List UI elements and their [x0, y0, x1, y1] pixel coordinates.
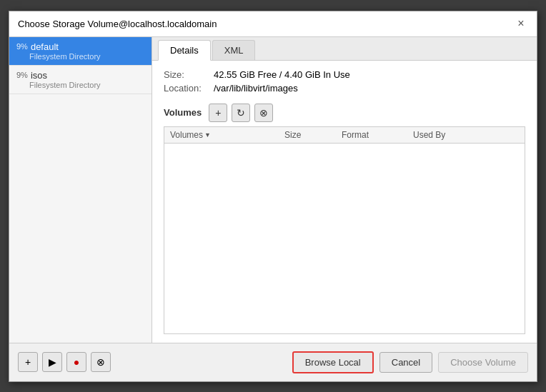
refresh-volumes-button[interactable]: ↻ — [232, 104, 250, 122]
add-volume-button[interactable]: + — [209, 104, 227, 122]
volumes-table: Volumes ▼ Size Format Used By — [164, 126, 525, 334]
bottom-bar: + ▶ ● ⊗ Browse Local Cancel Choose Volum… — [9, 343, 537, 381]
sidebar: 9% default Filesystem Directory 9% isos … — [9, 37, 152, 343]
delete-pool-button[interactable]: ⊗ — [91, 352, 111, 372]
volumes-label: Volumes — [164, 107, 202, 118]
chevron-down-icon: ▼ — [204, 131, 211, 139]
tab-xml[interactable]: XML — [212, 40, 256, 60]
volumes-sort-button[interactable]: Volumes ▼ — [170, 130, 211, 140]
bottom-right-actions: Browse Local Cancel Choose Volume — [292, 351, 528, 373]
stop-pool-button[interactable]: ● — [66, 352, 86, 372]
size-row: Size: 42.55 GiB Free / 4.40 GiB In Use — [164, 69, 525, 80]
details-panel: Size: 42.55 GiB Free / 4.40 GiB In Use L… — [152, 61, 537, 343]
table-header: Volumes ▼ Size Format Used By — [164, 127, 525, 144]
tabs: Details XML — [152, 37, 537, 61]
location-value: /var/lib/libvirt/images — [214, 83, 298, 94]
choose-volume-button[interactable]: Choose Volume — [438, 352, 528, 373]
sidebar-item-default-percent: 9% — [16, 42, 28, 51]
dialog-title: Choose Storage Volume@localhost.localdom… — [18, 19, 217, 29]
sidebar-item-isos-name: isos — [31, 70, 47, 81]
bottom-left-actions: + ▶ ● ⊗ — [18, 352, 111, 372]
dialog: Choose Storage Volume@localhost.localdom… — [9, 11, 537, 382]
delete-volume-button[interactable]: ⊗ — [254, 104, 273, 122]
location-label: Location: — [164, 83, 214, 94]
right-panel: Details XML Size: 42.55 GiB Free / 4.40 … — [152, 37, 537, 343]
location-row: Location: /var/lib/libvirt/images — [164, 83, 525, 94]
close-button[interactable]: × — [514, 16, 528, 31]
sidebar-item-default-type: Filesystem Directory — [16, 52, 144, 61]
titlebar: Choose Storage Volume@localhost.localdom… — [9, 11, 537, 37]
sidebar-item-isos-type: Filesystem Directory — [16, 81, 144, 89]
main-content: 9% default Filesystem Directory 9% isos … — [9, 37, 537, 343]
sidebar-item-isos[interactable]: 9% isos Filesystem Directory — [9, 66, 152, 94]
col-header-volumes: Volumes ▼ — [170, 130, 284, 140]
volumes-toolbar: Volumes + ↻ ⊗ — [164, 104, 525, 122]
sidebar-item-default-name: default — [31, 41, 59, 52]
col-header-usedby: Used By — [413, 130, 519, 140]
table-body — [164, 144, 525, 286]
sidebar-item-default[interactable]: 9% default Filesystem Directory — [9, 37, 152, 66]
size-label: Size: — [164, 69, 214, 80]
browse-local-button[interactable]: Browse Local — [292, 351, 374, 373]
col-header-size: Size — [284, 130, 342, 140]
start-pool-button[interactable]: ▶ — [42, 352, 62, 372]
add-pool-button[interactable]: + — [18, 352, 38, 372]
size-value: 42.55 GiB Free / 4.40 GiB In Use — [214, 69, 350, 80]
tab-details[interactable]: Details — [158, 40, 211, 61]
col-header-format: Format — [342, 130, 413, 140]
sidebar-item-isos-percent: 9% — [16, 71, 28, 79]
cancel-button[interactable]: Cancel — [379, 352, 432, 373]
